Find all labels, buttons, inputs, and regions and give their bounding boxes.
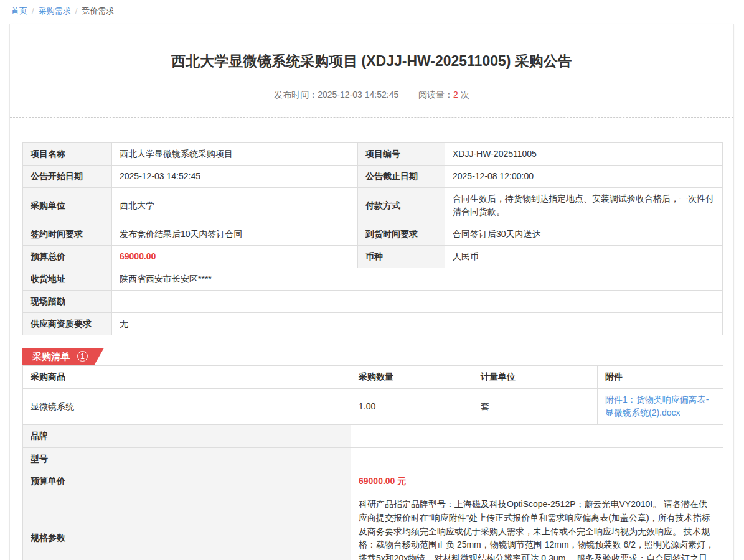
- announcement-card: 西北大学显微镜系统采购项目 (XDJJ-HW-202511005) 采购公告 发…: [9, 24, 734, 560]
- breadcrumb-purchase-link[interactable]: 采购需求: [39, 6, 71, 16]
- brand-label: 品牌: [23, 425, 351, 448]
- project-info-table: 项目名称 西北大学显微镜系统采购项目 项目编号 XDJJ-HW-20251100…: [22, 142, 723, 335]
- delivery-time-value: 合同签订后30天内送达: [445, 223, 723, 246]
- table-row: 现场踏勘: [23, 291, 723, 313]
- purchase-list-tag-label: 采购清单: [32, 351, 70, 362]
- currency-value: 人民币: [445, 246, 723, 268]
- product-name-cell: 显微镜系统: [23, 388, 351, 424]
- attachment-link[interactable]: 附件1：货物类响应偏离表-显微镜系统(2).docx: [605, 394, 709, 418]
- end-date-label: 公告截止日期: [358, 166, 445, 188]
- column-header-product: 采购商品: [23, 366, 351, 389]
- table-row: 规格参数 科研产品指定品牌型号：上海磁及科技OptiScope-2512P；蔚云…: [23, 493, 723, 560]
- project-name-value: 西北大学显微镜系统采购项目: [112, 143, 358, 166]
- table-row: 签约时间要求 发布竞价结果后10天内签订合同 到货时间要求 合同签订后30天内送…: [23, 223, 723, 246]
- table-header-row: 采购商品 采购数量 计量单位 附件: [23, 366, 723, 389]
- start-date-label: 公告开始日期: [23, 166, 112, 188]
- attachment-cell: 附件1：货物类响应偏离表-显微镜系统(2).docx: [598, 388, 723, 424]
- qualification-label: 供应商资质要求: [23, 313, 112, 335]
- project-no-label: 项目编号: [358, 143, 445, 166]
- project-no-value: XDJJ-HW-202511005: [445, 143, 723, 166]
- delivery-time-label: 到货时间要求: [358, 223, 445, 246]
- address-label: 收货地址: [23, 268, 112, 291]
- table-row: 供应商资质要求 无: [23, 313, 723, 335]
- site-survey-value: [112, 291, 723, 313]
- breadcrumb-separator: /: [32, 6, 34, 16]
- table-row: 型号: [23, 447, 723, 470]
- spec-value: 科研产品指定品牌型号：上海磁及科技OptiScope-2512P；蔚云光电VY2…: [351, 493, 723, 560]
- unit-cell: 套: [473, 388, 598, 424]
- column-header-attachment: 附件: [598, 366, 723, 389]
- qualification-value: 无: [112, 313, 723, 335]
- table-row: 显微镜系统 1.00 套 附件1：货物类响应偏离表-显微镜系统(2).docx: [23, 388, 723, 424]
- buyer-label: 采购单位: [23, 188, 112, 223]
- brand-value: [351, 425, 723, 448]
- site-survey-label: 现场踏勘: [23, 291, 112, 313]
- spec-label: 规格参数: [23, 493, 351, 560]
- breadcrumb-current: 竞价需求: [82, 6, 114, 16]
- divider: [10, 117, 733, 118]
- page-title: 西北大学显微镜系统采购项目 (XDJJ-HW-202511005) 采购公告: [10, 52, 733, 71]
- purchase-list-count-badge: 1: [77, 351, 88, 362]
- end-date-value: 2025-12-08 12:00:00: [445, 166, 723, 188]
- payment-label: 付款方式: [358, 188, 445, 223]
- notice-meta: 发布时间：2025-12-03 14:52:45 阅读量：2 次: [10, 90, 733, 101]
- table-row: 采购单位 西北大学 付款方式 合同生效后，待货物到达指定地点、安装调试验收合格后…: [23, 188, 723, 223]
- view-count: 阅读量：2 次: [418, 90, 469, 100]
- unit-price-label: 预算单价: [23, 470, 351, 493]
- model-value: [351, 447, 723, 470]
- purchase-list-table: 采购商品 采购数量 计量单位 附件 显微镜系统 1.00 套 附件1：货物类响应…: [22, 365, 723, 560]
- table-row: 品牌: [23, 425, 723, 448]
- table-row: 收货地址 陕西省西安市长安区****: [23, 268, 723, 291]
- sign-time-label: 签约时间要求: [23, 223, 112, 246]
- publish-time: 发布时间：2025-12-03 14:52:45: [274, 90, 398, 100]
- project-name-label: 项目名称: [23, 143, 112, 166]
- address-value: 陕西省西安市长安区****: [112, 268, 723, 291]
- payment-value: 合同生效后，待货物到达指定地点、安装调试验收合格后，一次性付清合同货款。: [445, 188, 723, 223]
- column-header-quantity: 采购数量: [351, 366, 473, 389]
- column-header-unit: 计量单位: [473, 366, 598, 389]
- table-row: 公告开始日期 2025-12-03 14:52:45 公告截止日期 2025-1…: [23, 166, 723, 188]
- quantity-cell: 1.00: [351, 388, 473, 424]
- table-row: 预算总价 69000.00 币种 人民币: [23, 246, 723, 268]
- start-date-value: 2025-12-03 14:52:45: [112, 166, 358, 188]
- budget-total-label: 预算总价: [23, 246, 112, 268]
- buyer-value: 西北大学: [112, 188, 358, 223]
- breadcrumb: 首页/采购需求/竞价需求: [0, 0, 744, 17]
- unit-price-value: 69000.00 元: [351, 470, 723, 493]
- table-row: 预算单价 69000.00 元: [23, 470, 723, 493]
- sign-time-value: 发布竞价结果后10天内签订合同: [112, 223, 358, 246]
- budget-total-value: 69000.00: [112, 246, 358, 268]
- purchase-list-tag: 采购清单 1: [22, 348, 104, 365]
- view-count-number: 2: [453, 90, 458, 100]
- model-label: 型号: [23, 447, 351, 470]
- breadcrumb-separator: /: [75, 6, 78, 16]
- table-row: 项目名称 西北大学显微镜系统采购项目 项目编号 XDJJ-HW-20251100…: [23, 143, 723, 166]
- breadcrumb-home-link[interactable]: 首页: [11, 6, 27, 16]
- currency-label: 币种: [358, 246, 445, 268]
